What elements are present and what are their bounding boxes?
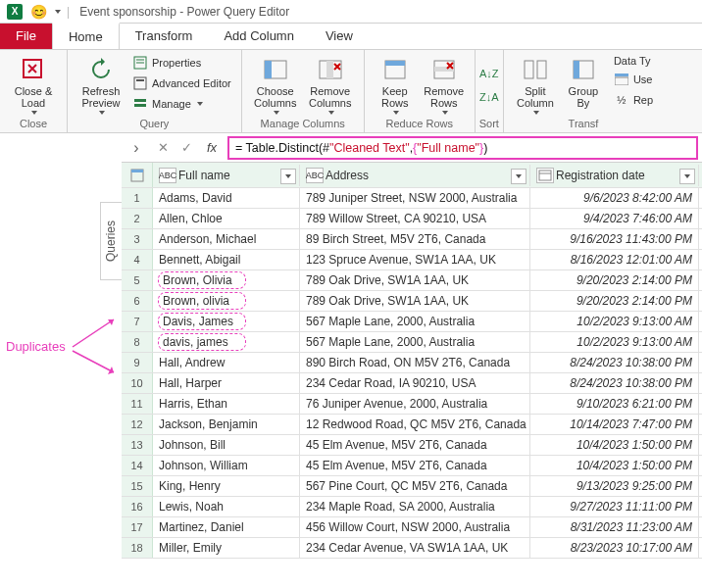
cell-date[interactable]: 10/4/2023 1:50:00 PM (530, 456, 699, 475)
cell-address[interactable]: 890 Birch Road, ON M5V 2T6, Canada (300, 353, 530, 372)
column-header-addr[interactable]: ABC Address (300, 165, 530, 186)
cell-address[interactable]: 234 Cedar Avenue, VA SW1A 1AA, UK (300, 538, 530, 558)
cell-address[interactable]: 234 Maple Road, SA 2000, Australia (300, 497, 530, 516)
datetime-type-icon[interactable] (536, 168, 554, 183)
cell-address[interactable]: 456 Willow Court, NSW 2000, Australia (300, 517, 530, 537)
cell-address[interactable]: 567 Pine Court, QC M5V 2T6, Canada (300, 476, 530, 496)
table-row[interactable]: 9Hall, Andrew890 Birch Road, ON M5V 2T6,… (122, 353, 702, 373)
text-type-icon[interactable]: ABC (159, 168, 176, 183)
table-row[interactable]: 4Bennett, Abigail123 Spruce Avenue, SW1A… (122, 250, 702, 270)
table-row[interactable]: 16Lewis, Noah234 Maple Road, SA 2000, Au… (122, 497, 702, 517)
table-row[interactable]: 13Johnson, Bill45 Elm Avenue, M5V 2T6, C… (122, 435, 702, 456)
cell-name[interactable]: Johnson, William (153, 456, 300, 475)
cell-date[interactable]: 9/13/2023 9:25:00 PM (530, 476, 699, 496)
filter-dropdown-icon[interactable] (679, 169, 695, 184)
cell-date[interactable]: 9/20/2023 2:14:00 PM (530, 270, 699, 290)
queries-side-tab[interactable]: Queries (100, 202, 122, 280)
cell-name[interactable]: Bennett, Abigail (153, 250, 300, 270)
cell-name[interactable]: davis, james (153, 332, 300, 352)
cell-address[interactable]: 123 Spruce Avenue, SW1A 1AA, UK (300, 250, 530, 270)
table-row[interactable]: 17Martinez, Daniel456 Willow Court, NSW … (122, 517, 702, 538)
filter-dropdown-icon[interactable] (511, 169, 526, 184)
cell-name[interactable]: Hall, Harper (153, 373, 300, 393)
formula-commit-icon[interactable]: ✓ (175, 140, 198, 155)
cell-name[interactable]: Brown, olivia (153, 291, 300, 311)
table-row[interactable]: 2Allen, Chloe789 Willow Street, CA 90210… (122, 209, 702, 229)
cell-name[interactable]: Lewis, Noah (153, 497, 300, 516)
fx-icon[interactable]: fx (198, 140, 226, 155)
table-row[interactable]: 14Johnson, William45 Elm Avenue, M5V 2T6… (122, 456, 702, 476)
tab-add-column[interactable]: Add Column (208, 24, 310, 49)
qat-emoji-button[interactable]: 😊 (29, 3, 47, 21)
cell-address[interactable]: 12 Redwood Road, QC M5V 2T6, Canada (300, 415, 530, 434)
sort-asc-button[interactable]: A↓Z (479, 65, 499, 82)
cell-address[interactable]: 789 Juniper Street, NSW 2000, Australia (300, 188, 530, 208)
cell-name[interactable]: Brown, Olivia (153, 270, 300, 290)
queries-pane-toggle[interactable]: › (122, 139, 151, 157)
sort-desc-button[interactable]: Z↓A (479, 88, 499, 106)
cell-date[interactable]: 9/4/2023 7:46:00 AM (530, 209, 699, 228)
cell-address[interactable]: 76 Juniper Avenue, 2000, Australia (300, 394, 530, 414)
table-row[interactable]: 12Jackson, Benjamin12 Redwood Road, QC M… (122, 415, 702, 435)
data-type-button[interactable]: Data Ty (612, 54, 655, 68)
cell-date[interactable]: 9/10/2023 6:21:00 PM (530, 394, 699, 414)
cell-name[interactable]: Martinez, Daniel (153, 517, 300, 537)
cell-date[interactable]: 9/27/2023 11:11:00 PM (530, 497, 699, 516)
cell-date[interactable]: 9/16/2023 11:43:00 PM (530, 229, 699, 249)
keep-rows-button[interactable]: Keep Rows (373, 54, 418, 115)
remove-rows-button[interactable]: Remove Rows (422, 54, 467, 115)
cell-name[interactable]: Hall, Andrew (153, 353, 300, 372)
table-row[interactable]: 3Anderson, Michael89 Birch Street, M5V 2… (122, 229, 702, 250)
choose-columns-button[interactable]: Choose Columns (250, 54, 301, 115)
table-row[interactable]: 7Davis, James567 Maple Lane, 2000, Austr… (122, 312, 702, 332)
formula-cancel-icon[interactable]: ✕ (151, 140, 175, 155)
tab-view[interactable]: View (310, 24, 369, 49)
table-row[interactable]: 8davis, james567 Maple Lane, 2000, Austr… (122, 332, 702, 353)
tab-file[interactable]: File (0, 24, 52, 49)
cell-name[interactable]: Miller, Emily (153, 538, 300, 558)
row-index-header[interactable] (122, 163, 153, 187)
cell-address[interactable]: 789 Oak Drive, SW1A 1AA, UK (300, 270, 530, 290)
cell-date[interactable]: 9/20/2023 2:14:00 PM (530, 291, 699, 311)
use-first-row-button[interactable]: Use (612, 71, 655, 88)
column-header-name[interactable]: ABC Full name (153, 165, 300, 186)
cell-name[interactable]: Adams, David (153, 188, 300, 208)
cell-name[interactable]: King, Henry (153, 476, 300, 496)
cell-address[interactable]: 789 Oak Drive, SW1A 1AA, UK (300, 291, 530, 311)
table-row[interactable]: 1Adams, David789 Juniper Street, NSW 200… (122, 188, 702, 209)
text-type-icon[interactable]: ABC (306, 168, 324, 183)
tab-home[interactable]: Home (52, 23, 120, 49)
cell-date[interactable]: 10/14/2023 7:47:00 PM (530, 415, 699, 434)
cell-date[interactable]: 10/2/2023 9:13:00 AM (530, 312, 699, 331)
table-row[interactable]: 10Hall, Harper234 Cedar Road, IA 90210, … (122, 373, 702, 394)
properties-button[interactable]: Properties (130, 54, 233, 72)
cell-date[interactable]: 8/31/2023 11:23:00 AM (530, 517, 699, 537)
cell-date[interactable]: 8/16/2023 12:01:00 AM (530, 250, 699, 270)
table-row[interactable]: 6Brown, olivia789 Oak Drive, SW1A 1AA, U… (122, 291, 702, 312)
refresh-preview-button[interactable]: Refresh Preview (75, 54, 126, 115)
cell-name[interactable]: Johnson, Bill (153, 435, 300, 455)
remove-columns-button[interactable]: Remove Columns (305, 54, 356, 115)
cell-address[interactable]: 45 Elm Avenue, M5V 2T6, Canada (300, 435, 530, 455)
cell-address[interactable]: 89 Birch Street, M5V 2T6, Canada (300, 229, 530, 249)
cell-address[interactable]: 567 Maple Lane, 2000, Australia (300, 312, 530, 331)
qat-dropdown-icon[interactable] (55, 10, 61, 14)
table-row[interactable]: 5Brown, Olivia789 Oak Drive, SW1A 1AA, U… (122, 270, 702, 291)
formula-input[interactable]: = Table.Distinct(#"Cleaned Text", {"Full… (227, 136, 698, 160)
replace-values-button[interactable]: ½Rep (612, 91, 655, 109)
cell-name[interactable]: Davis, James (153, 312, 300, 331)
cell-address[interactable]: 234 Cedar Road, IA 90210, USA (300, 373, 530, 393)
cell-name[interactable]: Jackson, Benjamin (153, 415, 300, 434)
cell-date[interactable]: 10/2/2023 9:13:00 AM (530, 332, 699, 352)
filter-dropdown-icon[interactable] (280, 169, 296, 184)
cell-address[interactable]: 45 Elm Avenue, M5V 2T6, Canada (300, 456, 530, 475)
cell-name[interactable]: Anderson, Michael (153, 229, 300, 249)
advanced-editor-button[interactable]: Advanced Editor (130, 74, 233, 92)
table-row[interactable]: 15King, Henry567 Pine Court, QC M5V 2T6,… (122, 476, 702, 497)
tab-transform[interactable]: Transform (120, 24, 209, 49)
table-row[interactable]: 18Miller, Emily234 Cedar Avenue, VA SW1A… (122, 538, 702, 559)
manage-button[interactable]: Manage (130, 95, 233, 113)
cell-name[interactable]: Harris, Ethan (153, 394, 300, 414)
cell-date[interactable]: 8/24/2023 10:38:00 PM (530, 353, 699, 372)
cell-date[interactable]: 8/23/2023 10:17:00 AM (530, 538, 699, 558)
